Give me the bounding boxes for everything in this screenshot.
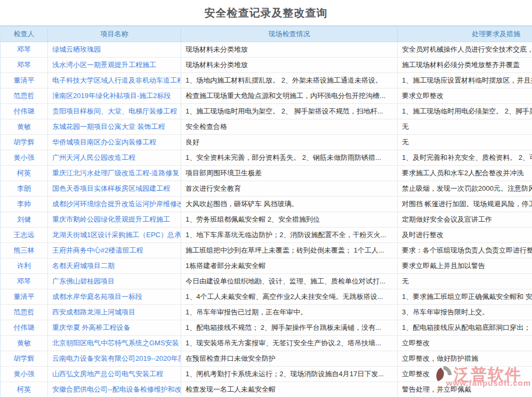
inspector-link[interactable]: 刘健 — [1, 212, 48, 228]
situation-text: 1、4个工人未戴安全帽、高空作业2人未挂安全绳。无跳板搭设... — [181, 289, 398, 305]
project-link[interactable]: 成都水岸华庭名苑项目一标段 — [48, 289, 181, 305]
inspector-link[interactable]: 董清平 — [1, 289, 48, 305]
table-row: 邓琴浅水湾小区一期景观提升工程施工现场材料未分类堆放施工现场材料必须分类堆放整齐… — [1, 58, 532, 73]
header-inspector: 检查人 — [1, 26, 48, 42]
inspector-link[interactable]: 胡学辉 — [1, 351, 48, 367]
table-row: 付伟璐贵阳项目样板间、大堂、电梯厅装修工程1、施工现场临时用电为架空。 2、 脚… — [1, 104, 532, 119]
table-row: 刘健重庆市鹅岭公园绿化景观提升工程施工1、劳务班组都佩戴安全帽 2、安全措施到位… — [1, 212, 532, 228]
inspector-link[interactable]: 邓琴 — [1, 42, 48, 58]
project-link[interactable]: 广东佛山碧桂园项目 — [48, 274, 181, 289]
table-row: 胡学辉华侨城项目南区办公室内装修工程良好无 — [1, 135, 532, 150]
table-row: 李帅成都沙河环境综合提升改造运河护岸维修改大风吹起围挡，砸坏铲车 风挡玻璃。对围… — [1, 197, 532, 212]
situation-text: 项目部周围环境卫生极差 — [181, 166, 398, 181]
inspector-link[interactable]: 李朗 — [1, 181, 48, 197]
inspector-link[interactable]: 熊三林 — [1, 243, 48, 258]
inspector-link[interactable]: 付伟璐 — [1, 104, 48, 119]
table-row: 柯英重庆江北污水处理厂级改造工程-道路修复项目部周围环境卫生极差要求施工人员和水… — [1, 166, 532, 181]
project-link[interactable]: 东城花园一期项目公寓大堂 装饰工程 — [48, 119, 181, 135]
situation-text: 在预留检查井口未做安全防护 — [181, 351, 398, 367]
table-row: 柯英安徽合肥供电公司--配电设备检修维护和改检查发现一名工人未戴安全帽警告处理，… — [1, 382, 532, 397]
inspector-link[interactable]: 柯英 — [1, 166, 48, 181]
situation-text: 大风吹起围挡，砸坏铲车 风挡玻璃。 — [181, 197, 398, 212]
project-link[interactable]: 重庆市鹅岭公园绿化景观提升工程施工 — [48, 212, 181, 228]
measures-text: 禁止吸烟，发现一次罚款2000元。注意防风 — [398, 181, 532, 197]
inspector-link[interactable]: 黄敏 — [1, 336, 48, 351]
situation-text: 检查发现一名工人未戴安全帽 — [181, 382, 398, 397]
inspector-link[interactable]: 李帅 — [1, 197, 48, 212]
project-link[interactable]: 名都天府城项目二期 — [48, 258, 181, 274]
table-header-row: 检查人 项目名称 现场检查情况 处理要求及措施 — [1, 26, 532, 42]
situation-text: 1栋搭建者部分未戴安全帽 — [181, 258, 398, 274]
project-link[interactable]: 绿城云栖玫瑰园 — [48, 42, 181, 58]
situation-text: 现场材料未分类堆放 — [181, 58, 398, 73]
inspector-link[interactable]: 黄小强 — [1, 367, 48, 382]
table-row: 王志远龙湖天街城1区设计采购施工（EPC）总承1、地下车库基坑无临边防护；2、消… — [1, 228, 532, 243]
inspector-link[interactable]: 黄敏 — [1, 119, 48, 135]
measures-text: 及时进行整改 — [398, 228, 532, 243]
project-link[interactable]: 西安成都路龙湖上河城项目 — [48, 305, 181, 320]
project-link[interactable]: 潼南区2019年绿化补贴项目-施工2标段 — [48, 88, 181, 104]
page-title: 安全检查记录及整改查询 — [0, 0, 532, 26]
measures-text: 无 — [398, 274, 532, 289]
project-link[interactable]: 龙湖天街城1区设计采购施工（EPC）总承 — [48, 228, 181, 243]
inspector-link[interactable]: 范思哲 — [1, 88, 48, 104]
header-measures: 处理要求及措施 — [398, 26, 532, 42]
measures-text: 要求立即整改 — [398, 88, 532, 104]
table-row: 邓琴绿城云栖玫瑰园现场材料未分类堆放安全员对机械操作人员进行安全技术交底， — [1, 42, 532, 58]
table-row: 范思哲西安成都路龙湖上河城项目1、吊车年审报告已过期，正在年审中。3、吊车年审报… — [1, 305, 532, 320]
project-link[interactable]: 安徽合肥供电公司--配电设备检修维护和改 — [48, 382, 181, 397]
measures-text: 要求施工人员和水车2人配合整改并冲洗 — [398, 166, 532, 181]
inspector-link[interactable]: 黄小强 — [1, 150, 48, 166]
situation-text: 1、闸机考勤打卡系统未运行；2、现场消防设施自4月17日下发... — [181, 367, 398, 382]
situation-text: 1、吊车年审报告已过期，正在年审中。 — [181, 305, 398, 320]
safety-inspection-page: 安全检查记录及整改查询 检查人 项目名称 现场检查情况 处理要求及措施 邓琴绿城… — [0, 0, 532, 397]
measures-text: 立即整改，做好防护措施 — [398, 351, 532, 367]
inspector-link[interactable]: 胡学辉 — [1, 135, 48, 150]
inspector-link[interactable]: 柯英 — [1, 382, 48, 397]
table-row: 董清平电子科技大学区域人行道及非机动车道工程1、场地内施工材料乱摆乱放。 2、外… — [1, 73, 532, 88]
inspector-link[interactable]: 付伟璐 — [1, 320, 48, 336]
project-link[interactable]: 华侨城项目南区办公室内装修工程 — [48, 135, 181, 150]
measures-text: 1、配电箱接线应从配电箱底部洞口穿出； 2 — [398, 320, 532, 336]
situation-text: 施工班组把中沙到在草坪上未覆盖；砖到处倒未覆盖； 1个工人... — [181, 243, 398, 258]
situation-text: 1、劳务班组都佩戴安全帽 2、安全措施到位 — [181, 212, 398, 228]
measures-text: 1、施工现场应设置材料临时摆放区，并且挂 — [398, 73, 532, 88]
measures-text: 3、吊车年审报告限时上交。 — [398, 305, 532, 320]
situation-text: 1、现安装塔吊无方案报审、无签订安全生产协议.2、塔吊扶墙... — [181, 336, 398, 351]
project-link[interactable]: 云南电力设备安装有限公司2019--2020年度 — [48, 351, 181, 367]
situation-text: 今日由建设单位组织地勘、设计、监理、施工、质检单位对试打... — [181, 274, 398, 289]
situation-text: 首次进行安全教育 — [181, 181, 398, 197]
situation-text: 1、施工现场临时用电为架空。 2、 脚手架搭设不规范，扫地杆... — [181, 104, 398, 119]
inspector-link[interactable]: 王志远 — [1, 228, 48, 243]
inspector-link[interactable]: 许利 — [1, 258, 48, 274]
measures-text: 1、要求施工班组立即正确佩戴安全帽和 安全 — [398, 289, 532, 305]
project-link[interactable]: 重庆江北污水处理厂级改造工程-道路修复 — [48, 166, 181, 181]
measures-text: 施工现场材料必须分类堆放整齐并覆盖 — [398, 58, 532, 73]
inspector-link[interactable]: 范思哲 — [1, 305, 48, 320]
project-link[interactable]: 国色天香项目实体样板房区域园建工程 — [48, 181, 181, 197]
measures-text: 无 — [398, 119, 532, 135]
measures-text: 要求：各个班组现场负责人负责立即进行整 — [398, 243, 532, 258]
project-link[interactable]: 北京朝阳区电气中芯特气系统之GMS安装 — [48, 336, 181, 351]
measures-text: 要求立即戴上并且加以警告 — [398, 258, 532, 274]
inspector-link[interactable]: 董清平 — [1, 73, 48, 88]
table-row: 范思哲潼南区2019年绿化补贴项目-施工2标段检查施工现场重大危险点源和文明施工… — [1, 88, 532, 104]
records-table-viewport: 检查人 项目名称 现场检查情况 处理要求及措施 邓琴绿城云栖玫瑰园现场材料未分类… — [0, 26, 532, 397]
inspector-link[interactable]: 邓琴 — [1, 274, 48, 289]
situation-text: 1、安全资料未完善，部分资料丢失。 2、钢筋未做防雨防锈措... — [181, 150, 398, 166]
project-link[interactable]: 广州天河人民公园改造工程 — [48, 150, 181, 166]
project-link[interactable]: 电子科技大学区域人行道及非机动车道工程 — [48, 73, 181, 88]
table-row: 黄敏北京朝阳区电气中芯特气系统之GMS安装1、现安装塔吊无方案报审、无签订安全生… — [1, 336, 532, 351]
project-link[interactable]: 重庆华夏 外高桥工程设备 — [48, 320, 181, 336]
situation-text: 检查施工现场重大危险点源和文明施工，内环强电分包开挖沟槽... — [181, 88, 398, 104]
project-link[interactable]: 浅水湾小区一期景观提升工程施工 — [48, 58, 181, 73]
inspector-link[interactable]: 邓琴 — [1, 58, 48, 73]
project-link[interactable]: 贵阳项目样板间、大堂、电梯厅装修工程 — [48, 104, 181, 119]
project-link[interactable]: 王府井商务中心#2楼遗留工程 — [48, 243, 181, 258]
table-row: 黄敏东城花园一期项目公寓大堂 装饰工程安全检查合格无 — [1, 119, 532, 135]
measures-text: 立即整改 — [398, 367, 532, 382]
project-link[interactable]: 山西弘文房地产总公司电气安装工程 — [48, 367, 181, 382]
table-body: 邓琴绿城云栖玫瑰园现场材料未分类堆放安全员对机械操作人员进行安全技术交底，邓琴浅… — [1, 42, 532, 397]
table-row: 邓琴广东佛山碧桂园项目今日由建设单位组织地勘、设计、监理、施工、质检单位对试打.… — [1, 274, 532, 289]
project-link[interactable]: 成都沙河环境综合提升改造运河护岸维修改 — [48, 197, 181, 212]
